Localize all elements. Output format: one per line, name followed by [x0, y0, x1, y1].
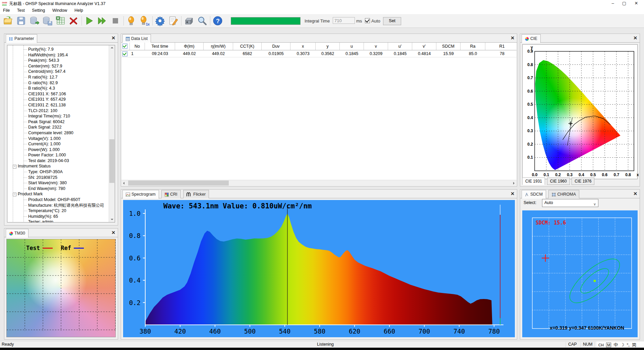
- column-header-duv[interactable]: Duv: [262, 43, 290, 50]
- export-excel-icon[interactable]: [55, 15, 66, 26]
- sdcm-close-icon[interactable]: ✕: [633, 191, 637, 197]
- zoom-icon[interactable]: [197, 15, 208, 26]
- ime-punctuation-icon[interactable]: °,: [627, 342, 630, 347]
- collapse-icon[interactable]: −: [13, 193, 16, 196]
- delete-icon[interactable]: [68, 15, 79, 26]
- sdcm-select-dropdown[interactable]: Auto∨: [542, 199, 598, 207]
- tree-item[interactable]: Current(A): 1.000: [9, 141, 108, 147]
- ime-lang[interactable]: CH: [598, 343, 604, 347]
- tree-item[interactable]: −Product Mark: [9, 191, 108, 197]
- tree-item[interactable]: −Instrument Status: [9, 163, 108, 169]
- continuous-test-icon[interactable]: [97, 15, 108, 26]
- scroll-left-icon[interactable]: [121, 180, 127, 186]
- column-header-v[interactable]: v': [412, 43, 436, 50]
- tree-item[interactable]: CIE1931 X: 567.106: [9, 91, 108, 97]
- auto-checkbox[interactable]: [365, 18, 370, 23]
- menu-setting[interactable]: Setting: [29, 7, 48, 13]
- lamp-icon[interactable]: [126, 15, 137, 26]
- settings-icon[interactable]: [155, 15, 166, 26]
- tab-cie-1976[interactable]: CIE 1976: [572, 178, 594, 185]
- tree-item[interactable]: CIE1931 Y: 657.429: [9, 97, 108, 102]
- column-header-r1[interactable]: R1: [485, 43, 517, 50]
- tree-item[interactable]: CIE1931 Z: 621.138: [9, 102, 108, 108]
- set-button[interactable]: Set: [383, 17, 401, 25]
- spectrogram-close-icon[interactable]: ✕: [511, 191, 515, 197]
- column-header-no[interactable]: No: [130, 43, 145, 50]
- column-header-ra[interactable]: Ra: [461, 43, 485, 50]
- open-icon[interactable]: [3, 15, 14, 26]
- cie-close-icon[interactable]: ✕: [633, 35, 637, 41]
- export-db-save-icon[interactable]: [42, 15, 53, 26]
- tab-cie-1960[interactable]: CIE 1960: [547, 178, 570, 185]
- collapse-icon[interactable]: −: [13, 165, 16, 168]
- tm30-close-icon[interactable]: ✕: [111, 230, 115, 236]
- tree-item[interactable]: Power Factor: 1.000: [9, 152, 108, 158]
- tree-item[interactable]: Voltage(V): 1.000: [9, 136, 108, 142]
- tree-item[interactable]: Dark Signal: 2322: [9, 124, 108, 130]
- start-test-icon[interactable]: [84, 15, 95, 26]
- tree-item[interactable]: Peak Signal: 60042: [9, 119, 108, 125]
- menu-file[interactable]: File: [0, 7, 13, 13]
- close-button[interactable]: ✕: [631, 0, 642, 7]
- scroll-up-icon[interactable]: [109, 45, 115, 51]
- tree-item[interactable]: Humidity(%): 65: [9, 214, 108, 219]
- minimize-button[interactable]: –: [607, 0, 619, 7]
- tab-flicker[interactable]: Flicker: [183, 190, 209, 198]
- row-checkbox[interactable]: [122, 51, 127, 56]
- column-header-v[interactable]: v: [364, 43, 388, 50]
- tree-item[interactable]: Product Model: OHSP-650T: [9, 197, 108, 203]
- menu-help[interactable]: Help: [71, 7, 86, 13]
- tab-cri[interactable]: CRI: [161, 190, 181, 198]
- column-header-u[interactable]: u': [388, 43, 412, 50]
- ime-halfwidth-icon[interactable]: ☽: [620, 342, 624, 347]
- tree-item[interactable]: Integral Time(ms): 710: [9, 113, 108, 119]
- column-header-testtime[interactable]: Test time: [145, 43, 175, 50]
- tree-item[interactable]: Center(nm): 527.9: [9, 63, 108, 69]
- edit-icon[interactable]: [168, 15, 179, 26]
- tree-item[interactable]: G ratio(%): 82.9: [9, 80, 108, 86]
- table-row[interactable]: 109:24:03449.02449.0265820.019050.30730.…: [121, 50, 517, 57]
- column-header-lm[interactable]: Φ(lm): [175, 43, 204, 50]
- help-icon[interactable]: ?: [212, 15, 224, 26]
- parameter-tab[interactable]: Parameter: [6, 34, 37, 43]
- tree-item[interactable]: HalfWidth(nm): 195.4: [9, 52, 108, 58]
- tree-item[interactable]: Start Wave(nm): 380: [9, 180, 108, 186]
- stop-test-icon[interactable]: [110, 15, 121, 26]
- tree-item[interactable]: End Wave(nm): 780: [9, 186, 108, 192]
- cie-tab[interactable]: CIE: [522, 34, 541, 43]
- export-db-icon[interactable]: [29, 15, 40, 26]
- tree-item[interactable]: SN: 201808725: [9, 175, 108, 181]
- scroll-right-icon[interactable]: [511, 180, 517, 186]
- data-list-hscrollbar[interactable]: [121, 180, 517, 186]
- column-header-lmw[interactable]: η(lm/W): [204, 43, 233, 50]
- column-header-x[interactable]: x: [290, 43, 316, 50]
- select-all-checkbox[interactable]: [122, 44, 127, 49]
- tree-item[interactable]: Manufacture: 杭州虹谱光色科技有限公司: [9, 203, 108, 208]
- tree-item[interactable]: Temperature(°C): 20: [9, 208, 108, 214]
- scroll-thumb[interactable]: [109, 139, 114, 183]
- tree-item[interactable]: Centroid(nm): 547.4: [9, 69, 108, 74]
- tree-item[interactable]: Compensate level: 2890: [9, 130, 108, 136]
- scroll-down-icon[interactable]: [109, 216, 115, 222]
- tree-item[interactable]: TLCI-2012: 100: [9, 108, 108, 114]
- lamp-1x-icon[interactable]: 1x: [139, 15, 150, 26]
- tab-sdcm[interactable]: SDCM: [522, 190, 546, 199]
- tab-cie-1931[interactable]: CIE 1931: [522, 178, 545, 185]
- column-header-cctk[interactable]: CCT(K): [233, 43, 262, 50]
- tree-item[interactable]: R ratio(%): 12.7: [9, 74, 108, 80]
- ime-simplified[interactable]: 简: [632, 342, 636, 347]
- tab-chroma[interactable]: CHROMA: [548, 190, 579, 198]
- tree-item[interactable]: B ratio(%): 4.3: [9, 86, 108, 91]
- device-icon[interactable]: [183, 15, 195, 26]
- tree-item[interactable]: Purity(%): 7.9: [9, 47, 108, 52]
- tree-item[interactable]: Type: OHSP-350A: [9, 169, 108, 175]
- parameter-scrollbar[interactable]: [109, 45, 115, 222]
- data-list-close-icon[interactable]: ✕: [511, 35, 515, 41]
- ime-chinese[interactable]: 中: [613, 342, 618, 347]
- scroll-thumb[interactable]: [128, 181, 229, 186]
- tree-item[interactable]: Test date: 2019-04-03: [9, 158, 108, 164]
- ime-mode-icon[interactable]: M: [606, 343, 611, 347]
- save-icon[interactable]: [16, 15, 27, 26]
- integral-time-input[interactable]: [333, 17, 355, 24]
- maximize-button[interactable]: ▢: [619, 0, 630, 7]
